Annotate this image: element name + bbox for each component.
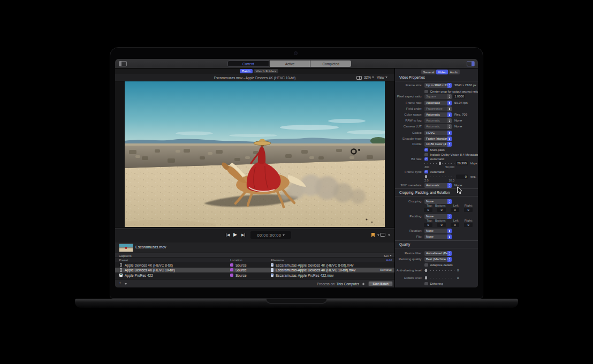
source-row[interactable]: Escaramuzas.mov [115, 242, 394, 253]
location-folder-icon [230, 274, 233, 277]
prores-icon [119, 274, 123, 277]
flip-popup[interactable]: None [424, 234, 452, 239]
camera-dot [294, 51, 298, 55]
inspector-toggle-icon[interactable] [467, 61, 475, 66]
zoom-level-menu[interactable]: 32% [364, 75, 374, 79]
cropping-label: Cropping: [395, 200, 422, 203]
tab-active[interactable]: Active [270, 60, 310, 67]
dithering-row: Dithering [395, 281, 478, 286]
aa-level-slider[interactable] [424, 268, 454, 272]
location-value: Source [235, 263, 247, 267]
play-button[interactable]: ▶ [233, 232, 237, 237]
dithering-checkbox[interactable] [424, 282, 428, 286]
retiming-popup[interactable]: Best (Machine Learni… [424, 257, 452, 262]
multipass-label: Multi-pass [430, 148, 445, 151]
encoder-row: Encoder type: Faster (standard qua… [395, 136, 478, 141]
adaptive-checkbox[interactable] [424, 263, 428, 267]
bitrate-field[interactable]: 26,999 [456, 161, 468, 165]
codec-popup[interactable]: HEVC [424, 131, 452, 135]
crop-bottom-field[interactable]: 0 [437, 208, 446, 212]
frame-size-popup[interactable]: Up to 3840 x 2160 [424, 83, 452, 88]
pixel-aspect-row: Pixel aspect ratio: Square 1.0000 [395, 94, 478, 99]
field-order-popup[interactable]: Progressive [424, 107, 452, 111]
add-item-button[interactable]: + [119, 280, 121, 285]
padding-popup[interactable]: None [424, 214, 452, 219]
cropping-popup[interactable]: None [424, 199, 452, 204]
sidebar-toggle-icon[interactable] [119, 61, 127, 66]
preset-row[interactable]: Apple ProRes 422 Source Escaramuzas-Appl… [115, 272, 394, 278]
process-target-stepper[interactable] [361, 282, 365, 286]
captions-set-menu[interactable]: Set [384, 254, 392, 257]
device-icon [120, 268, 122, 272]
frame-sync-min: 2.0 [424, 179, 429, 182]
view-label: View [377, 75, 384, 79]
frame-sync-checkbox[interactable] [424, 170, 428, 174]
remove-link[interactable]: Remove [380, 268, 392, 271]
tab-general[interactable]: General [421, 70, 436, 74]
pixel-aspect-popup[interactable]: Square [424, 94, 452, 99]
display-menu-chevron-icon[interactable] [388, 234, 390, 236]
profile-popup[interactable]: 10-Bit Color (4:2:0) [424, 142, 452, 147]
tab-video[interactable]: Video [436, 70, 447, 74]
display-icon[interactable] [380, 233, 385, 237]
details-level-label: Details level: [395, 276, 422, 279]
meta360-label: 360° metadata: [395, 184, 422, 187]
center-crop-checkbox[interactable] [424, 90, 428, 94]
tab-audio[interactable]: Audio [448, 70, 460, 74]
section-video-properties: Video Properties [399, 75, 425, 79]
frame-rate-popup[interactable]: Automatic [424, 101, 452, 105]
bitrate-slider[interactable] [424, 161, 454, 165]
scrubber[interactable] [115, 229, 394, 229]
preset-name: Apple Devices 4K (HEVC 8-bit) [125, 263, 173, 267]
filename-value: Escaramuzas-Apple Devices 4K (HEVC 10-bi… [276, 268, 355, 272]
crop-top-field[interactable]: 0 [424, 208, 432, 212]
start-batch-button[interactable]: Start Batch [368, 281, 393, 286]
pixel-aspect-field[interactable]: 1.0000 [453, 94, 465, 98]
color-space-popup[interactable]: Automatic [424, 112, 452, 117]
compare-view-icon[interactable] [356, 76, 362, 80]
adaptive-row: Adaptive details [395, 262, 478, 268]
color-space-label: Color space: [395, 113, 422, 116]
process-on[interactable]: Process on: This Computer [317, 282, 359, 286]
details-level-value: 0 [457, 276, 459, 279]
timecode-display[interactable]: 00:00:00:00 [250, 231, 291, 239]
add-item-chevron-icon[interactable] [125, 283, 127, 285]
file-icon [271, 263, 273, 267]
resize-filter-popup[interactable]: Anti-aliased (Best) [424, 251, 452, 256]
tab-batch[interactable]: Batch [240, 69, 253, 73]
preset-row-selected[interactable]: Apple Devices 4K (HEVC 10-bit) Source Es… [115, 268, 394, 273]
section-quality: Quality [399, 242, 410, 246]
encoder-label: Encoder type: [395, 137, 422, 140]
pad-bottom-field[interactable]: 0 [437, 223, 446, 227]
adaptive-label: Adaptive details [430, 263, 453, 267]
marker-icon[interactable] [371, 233, 375, 237]
crop-right-field[interactable]: 0 [464, 208, 473, 212]
frame-sync-field[interactable]: 0 [456, 175, 468, 179]
preview-pane: Batch Watch Folders Escaramuzas.mov - Ap… [115, 69, 394, 287]
meta360-popup[interactable]: Automatic [424, 183, 452, 188]
raw-log-popup[interactable]: Automatic [424, 118, 452, 123]
pad-right-field[interactable]: 0 [464, 223, 473, 227]
tab-watch-folders[interactable]: Watch Folders [254, 69, 278, 73]
tab-current[interactable]: Current [227, 60, 269, 67]
location-folder-icon [230, 263, 233, 267]
marker-menu-chevron-icon[interactable] [377, 234, 379, 236]
camera-lut-popup[interactable]: Automatic [424, 124, 452, 129]
crop-left-field[interactable]: 0 [451, 208, 459, 212]
previous-frame-button[interactable]: ◀ [227, 232, 230, 238]
preset-row[interactable]: Apple Devices 4K (HEVC 8-bit) Source Esc… [115, 262, 394, 268]
pad-left-field[interactable]: 0 [451, 223, 459, 227]
preview-titlebar: Escaramuzas.mov - Apple Devices 4K (HEVC… [115, 74, 394, 81]
multipass-checkbox[interactable] [424, 148, 428, 152]
encoder-popup[interactable]: Faster (standard qua… [424, 136, 452, 141]
rotation-popup[interactable]: None [424, 229, 452, 233]
color-space-info: Rec. 709 [454, 113, 467, 116]
details-level-slider[interactable] [424, 276, 454, 280]
raw-log-label: RAW to log: [395, 119, 422, 122]
frame-sync-slider[interactable] [424, 175, 454, 179]
next-frame-button[interactable]: ▶ [241, 232, 244, 238]
view-menu[interactable]: View [377, 75, 387, 79]
pad-top-field[interactable]: 0 [424, 223, 432, 227]
add-output-link[interactable]: Add [386, 259, 392, 262]
tab-completed[interactable]: Completed [310, 60, 351, 67]
